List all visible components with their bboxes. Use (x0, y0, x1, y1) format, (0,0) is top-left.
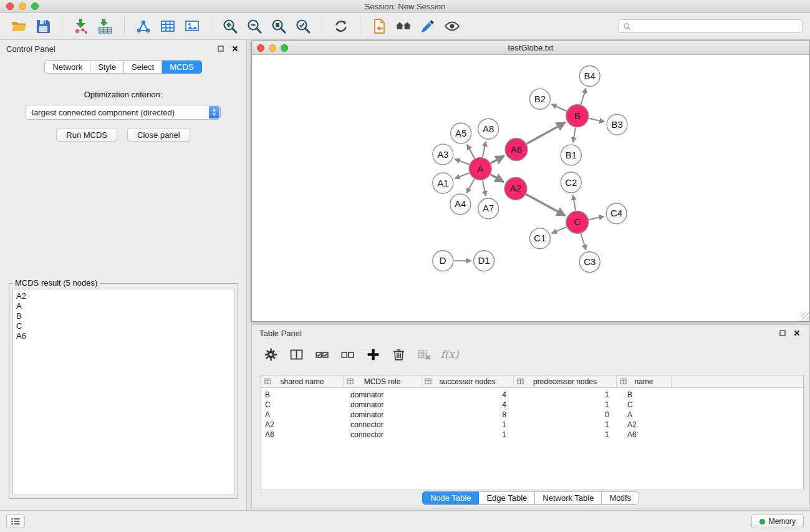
float-table-panel-icon[interactable] (778, 328, 788, 338)
graph-edge-A-A2[interactable] (491, 175, 504, 182)
refresh-view-button[interactable] (330, 15, 352, 37)
graph-node-C1[interactable]: C1 (529, 228, 550, 249)
apply-function-button[interactable]: f(x) (441, 346, 458, 363)
graph-node-B4[interactable]: B4 (579, 65, 600, 86)
graph-node-A6[interactable]: A6 (505, 138, 528, 161)
table-row[interactable]: Cdominator41C (261, 400, 803, 410)
graph-node-C3[interactable]: C3 (579, 252, 600, 273)
network-canvas-svg[interactable]: AA1A3A5A8A4A7A6A2BB1B2B3B4CC1C2C3C4DD1 (252, 56, 809, 321)
close-table-panel-icon[interactable] (792, 328, 802, 338)
graph-edge-A-A1[interactable] (455, 173, 469, 178)
result-item[interactable]: C (16, 321, 231, 331)
graph-node-B2[interactable]: B2 (529, 89, 550, 109)
graph-node-B3[interactable]: B3 (607, 114, 627, 135)
apply-preferred-style-button[interactable] (417, 15, 439, 37)
first-neighbors-button[interactable] (392, 15, 415, 37)
network-canvas[interactable]: AA1A3A5A8A4A7A6A2BB1B2B3B4CC1C2C3C4DD1 (252, 56, 809, 321)
graph-node-A5[interactable]: A5 (451, 123, 471, 143)
graph-edge-C-C2[interactable] (573, 195, 576, 211)
graph-edge-B-B4[interactable] (581, 88, 586, 104)
optimization-criterion-select[interactable]: largest connected component (directed) (26, 105, 221, 120)
graph-edge-A-A8[interactable] (483, 142, 486, 157)
table-settings-button[interactable] (262, 346, 279, 363)
graph-node-B[interactable]: B (566, 105, 589, 127)
graph-node-A4[interactable]: A4 (450, 194, 471, 215)
import-network-from-file-button[interactable] (70, 15, 92, 37)
graph-edge-B-B1[interactable] (573, 127, 576, 142)
new-table-button[interactable] (157, 15, 179, 37)
minimize-window-button[interactable] (19, 2, 26, 10)
delete-selected-rows-button[interactable] (390, 346, 407, 363)
table-row[interactable]: Adominator80A (261, 410, 803, 420)
close-panel-button[interactable]: Close panel (127, 128, 190, 142)
zoom-in-button[interactable] (219, 15, 241, 37)
graph-node-A2[interactable]: A2 (504, 178, 527, 200)
graph-edge-B-B3[interactable] (589, 118, 604, 122)
delete-table-button[interactable] (415, 346, 433, 363)
run-mcds-button[interactable]: Run MCDS (56, 128, 117, 142)
table-row[interactable]: A6connector11A6 (261, 430, 803, 440)
graph-node-C[interactable]: C (566, 211, 589, 233)
tab-motifs[interactable]: Motifs (602, 491, 639, 505)
resize-grip[interactable] (801, 312, 809, 321)
open-recent-file-button[interactable] (368, 15, 390, 37)
show-panels-menu-button[interactable] (6, 515, 25, 528)
graph-node-A[interactable]: A (469, 158, 491, 180)
graph-node-A8[interactable]: A8 (478, 118, 499, 139)
graph-edge-A-A7[interactable] (483, 180, 486, 196)
result-item[interactable]: B (16, 311, 231, 321)
close-window-button[interactable] (6, 2, 14, 10)
unselect-all-rows-button[interactable] (339, 346, 356, 363)
network-close-button[interactable] (257, 44, 264, 52)
graph-edge-C-C4[interactable] (589, 216, 604, 220)
column-header-shared-name[interactable]: shared name (261, 375, 344, 387)
column-header-successor-nodes[interactable]: successor nodes (422, 375, 514, 387)
zoom-fit-content-button[interactable] (268, 15, 290, 37)
search-input[interactable] (634, 22, 798, 31)
result-item[interactable]: A (16, 301, 231, 311)
graph-edge-A6-B[interactable] (527, 122, 566, 143)
graph-node-D[interactable]: D (433, 251, 453, 271)
graph-node-A7[interactable]: A7 (478, 198, 499, 219)
tab-node-table[interactable]: Node Table (422, 491, 480, 505)
add-row-button[interactable] (364, 346, 382, 363)
float-panel-icon[interactable] (216, 44, 226, 54)
table-row[interactable]: Bdominator41B (261, 390, 803, 400)
open-session-button[interactable] (7, 15, 30, 37)
zoom-out-button[interactable] (243, 15, 266, 37)
graph-edge-A-A6[interactable] (491, 156, 504, 163)
network-zoom-button[interactable] (281, 44, 288, 52)
zoom-selected-region-button[interactable] (292, 15, 314, 37)
graph-edge-A-A5[interactable] (467, 145, 475, 158)
select-all-rows-button[interactable] (313, 346, 330, 363)
show-columns-button[interactable] (287, 346, 305, 363)
show-hide-graphics-details-button[interactable] (441, 15, 463, 37)
column-header-predecessor-nodes[interactable]: predecessor nodes (514, 375, 617, 387)
network-window-titlebar[interactable]: testGlobe.txt (252, 41, 809, 55)
network-minimize-button[interactable] (269, 44, 276, 52)
result-item[interactable]: A2 (16, 291, 231, 301)
tab-network-table[interactable]: Network Table (535, 491, 602, 505)
zoom-window-button[interactable] (31, 2, 39, 10)
graph-node-B1[interactable]: B1 (561, 145, 581, 165)
graph-edge-A-A4[interactable] (466, 179, 475, 193)
memory-button[interactable]: Memory (751, 515, 804, 528)
tab-style[interactable]: Style (90, 60, 124, 74)
tab-select[interactable]: Select (124, 60, 162, 74)
tab-edge-table[interactable]: Edge Table (479, 491, 535, 505)
close-panel-icon[interactable] (230, 44, 240, 54)
import-table-from-file-button[interactable] (94, 15, 117, 37)
tab-network[interactable]: Network (44, 60, 90, 74)
graph-node-D1[interactable]: D1 (474, 251, 494, 271)
table-row[interactable]: A2connector11A2 (261, 420, 803, 430)
graph-edge-C-C3[interactable] (581, 233, 586, 249)
save-session-button[interactable] (32, 15, 54, 37)
result-item[interactable]: A6 (16, 331, 231, 341)
graph-edge-A-A3[interactable] (455, 159, 469, 165)
export-as-image-button[interactable] (181, 15, 203, 37)
graph-node-C4[interactable]: C4 (606, 203, 627, 224)
graph-node-C2[interactable]: C2 (561, 172, 581, 193)
graph-node-A1[interactable]: A1 (433, 173, 453, 193)
tab-mcds[interactable]: MCDS (162, 60, 201, 74)
graph-node-A3[interactable]: A3 (433, 144, 453, 165)
